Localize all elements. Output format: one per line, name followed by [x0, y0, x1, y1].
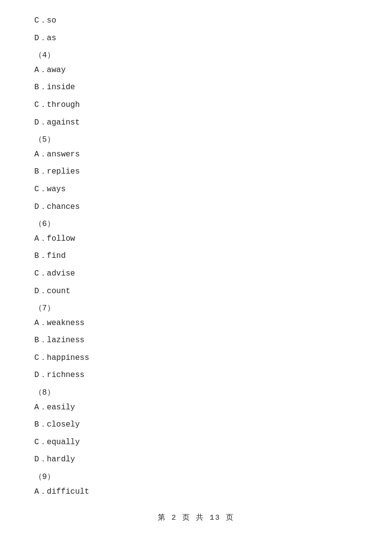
answer-option: B．replies: [29, 166, 363, 178]
answer-option: D．richness: [29, 369, 363, 382]
answer-option: B．closely: [29, 419, 363, 431]
answer-option: D．count: [29, 285, 363, 298]
answer-option: D．as: [29, 32, 363, 45]
answer-option: B．laziness: [29, 334, 363, 347]
answer-option: D．against: [29, 117, 363, 129]
answer-option: D．chances: [29, 201, 363, 214]
answer-option: C．ways: [29, 183, 363, 196]
answer-option: D．hardly: [29, 454, 363, 466]
answer-option: A．weakness: [29, 317, 363, 330]
answer-option: A．difficult: [29, 486, 363, 499]
answer-option: B．find: [29, 250, 363, 263]
section-label: （4）: [29, 50, 363, 62]
answer-option: B．inside: [29, 81, 363, 94]
section-label: （9）: [29, 471, 363, 484]
section-label: （8）: [29, 387, 363, 400]
answer-option: C．so: [29, 15, 363, 27]
section-label: （6）: [29, 218, 363, 231]
answer-option: C．through: [29, 99, 363, 112]
answer-option: C．happiness: [29, 352, 363, 365]
answer-option: A．easily: [29, 402, 363, 414]
answer-option: A．follow: [29, 233, 363, 246]
answer-option: A．away: [29, 64, 363, 77]
answer-option: C．advise: [29, 268, 363, 280]
section-label: （7）: [29, 303, 363, 315]
page-footer: 第 2 页 共 13 页: [29, 513, 363, 522]
section-label: （5）: [29, 134, 363, 147]
answer-option: C．equally: [29, 436, 363, 449]
answer-option: A．answers: [29, 149, 363, 161]
